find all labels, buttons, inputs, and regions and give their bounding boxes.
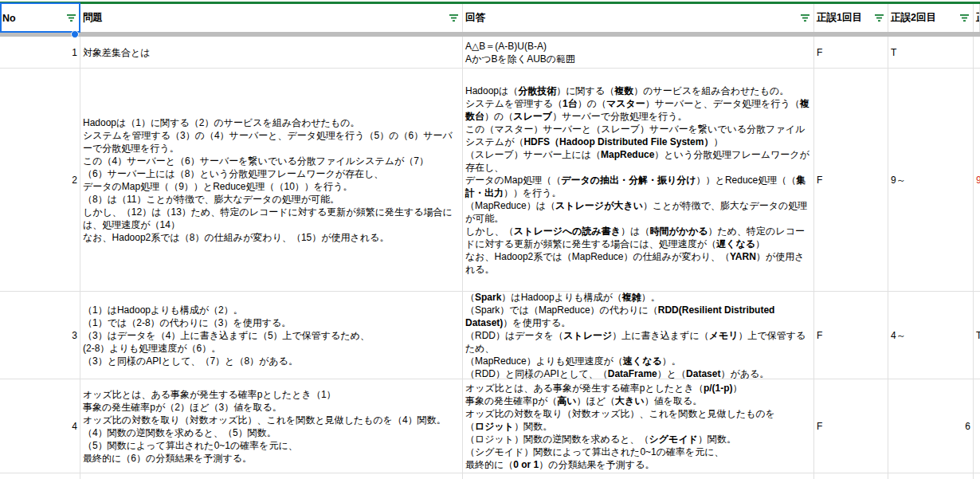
column-header-a[interactable]: 回答 bbox=[463, 4, 814, 32]
cell-question-text: オッズ比とは、ある事象が発生する確率pとしたとき（1） 事象の発生確率pが（2）… bbox=[83, 388, 460, 465]
cell-question-text: 対象差集合とは bbox=[83, 46, 460, 59]
header-row: No問題回答正誤1回目正誤2回目正誤3回目 bbox=[0, 4, 980, 32]
cell-result-3-clipped[interactable]: 9 bbox=[974, 69, 980, 291]
column-header-no[interactable]: No bbox=[0, 4, 80, 32]
column-header-label: 正誤2回目 bbox=[891, 11, 936, 25]
cell-no[interactable]: 1 bbox=[0, 37, 80, 68]
cell-question[interactable] bbox=[80, 473, 463, 479]
cell-question[interactable]: 対象差集合とは bbox=[80, 37, 463, 68]
cell-result-1-text: F bbox=[817, 46, 885, 59]
cell-result-3-clipped[interactable] bbox=[974, 379, 980, 473]
cell-answer[interactable]: Hadoopは（分散技術）に関する（複数）のサービスを組み合わせたもの。 システ… bbox=[463, 69, 814, 291]
cell-question[interactable]: オッズ比とは、ある事象が発生する確率pとしたとき（1） 事象の発生確率pが（2）… bbox=[80, 379, 463, 473]
cell-result-3-clipped[interactable] bbox=[974, 473, 980, 479]
cell-answer-text: オッズ比とは、ある事象が発生する確率pとしたとき（p/(1-p)） 事象の発生確… bbox=[465, 382, 811, 471]
cell-answer[interactable]: （Spark）はHadoopよりも構成が（複雑）。 （Spark）では（MapR… bbox=[463, 292, 814, 379]
column-header-label: 問題 bbox=[83, 11, 103, 25]
table-row: 4オッズ比とは、ある事象が発生する確率pとしたとき（1） 事象の発生確率pが（2… bbox=[0, 379, 980, 473]
filter-icon[interactable] bbox=[800, 14, 810, 22]
cell-question[interactable]: Hadoopは（1）に関する（2）のサービスを組み合わせたもの。 システムを管理… bbox=[80, 69, 463, 291]
cell-question-text: （1）はHadoopよりも構成が（2）。 （1）では（2-8）の代わりに（3）を… bbox=[83, 304, 460, 367]
spreadsheet-grid: No問題回答正誤1回目正誤2回目正誤3回目 1対象差集合とはA△B＝(A-B)U… bbox=[0, 0, 980, 479]
column-header-q[interactable]: 問題 bbox=[80, 4, 463, 32]
cell-result-2-text: T bbox=[891, 46, 970, 59]
table-row: 3（1）はHadoopよりも構成が（2）。 （1）では（2-8）の代わりに（3）… bbox=[0, 292, 980, 379]
table-row: 1対象差集合とはA△B＝(A-B)U(B-A) AかつBを除くAUBの範囲FT bbox=[0, 37, 980, 69]
column-header-label: 回答 bbox=[465, 11, 485, 25]
cell-result-3-clipped[interactable] bbox=[974, 37, 980, 68]
table-row: ニューラルネットワークは、内部に（重み）w（バイアス）と呼ばれる bbox=[0, 473, 980, 479]
cell-answer-text: A△B＝(A-B)U(B-A) AかつBを除くAUBの範囲 bbox=[465, 40, 811, 65]
cell-answer-text: Hadoopは（分散技術）に関する（複数）のサービスを組み合わせたもの。 システ… bbox=[465, 84, 811, 276]
table-row: 2Hadoopは（1）に関する（2）のサービスを組み合わせたもの。 システムを管… bbox=[0, 69, 980, 292]
cell-result-2[interactable]: T bbox=[888, 37, 974, 68]
cell-no[interactable]: 4 bbox=[0, 379, 80, 473]
cell-result-3-clipped-text: 9 bbox=[976, 174, 980, 186]
cell-no-text: 2 bbox=[2, 174, 77, 186]
cell-question[interactable]: （1）はHadoopよりも構成が（2）。 （1）では（2-8）の代わりに（3）を… bbox=[80, 292, 463, 379]
cell-result-2[interactable]: 9～ bbox=[888, 69, 974, 291]
column-header-label: 正誤1回目 bbox=[817, 11, 862, 25]
column-header-x[interactable]: 正誤3回目 bbox=[974, 4, 980, 32]
cell-result-1[interactable]: F bbox=[814, 379, 888, 473]
cell-answer[interactable]: ニューラルネットワークは、内部に（重み）w（バイアス）と呼ばれる bbox=[463, 473, 814, 479]
cell-result-2-text: 4～ bbox=[891, 329, 970, 342]
cell-question-text: Hadoopは（1）に関する（2）のサービスを組み合わせたもの。 システムを管理… bbox=[83, 116, 460, 244]
cell-result-2-text: 9～ bbox=[891, 174, 970, 186]
cell-result-1-text: F bbox=[817, 174, 885, 186]
cell-answer-text: （Spark）はHadoopよりも構成が（複雑）。 （Spark）では（MapR… bbox=[465, 292, 811, 379]
filter-icon[interactable] bbox=[449, 14, 459, 22]
cell-result-1-text: F bbox=[817, 329, 885, 342]
table-body: 1対象差集合とはA△B＝(A-B)U(B-A) AかつBを除くAUBの範囲FT2… bbox=[0, 37, 980, 479]
column-header-r2[interactable]: 正誤2回目 bbox=[888, 4, 974, 32]
cell-result-1[interactable]: F bbox=[814, 37, 888, 68]
cell-no-text: 3 bbox=[2, 329, 77, 342]
cell-answer[interactable]: A△B＝(A-B)U(B-A) AかつBを除くAUBの範囲 bbox=[463, 37, 814, 68]
filter-icon[interactable] bbox=[874, 14, 884, 22]
cell-result-1-text: F bbox=[817, 420, 885, 433]
cell-result-2[interactable]: 4～ bbox=[888, 292, 974, 379]
cell-no[interactable]: 3 bbox=[0, 292, 80, 379]
cell-result-3-clipped-text: T bbox=[976, 329, 980, 342]
cell-result-2-text: 6 bbox=[891, 420, 970, 433]
cell-no[interactable] bbox=[0, 473, 80, 479]
cell-no[interactable]: 2 bbox=[0, 69, 80, 291]
filter-icon[interactable] bbox=[66, 14, 76, 22]
cell-result-1[interactable]: F bbox=[814, 292, 888, 379]
cell-result-1[interactable]: F bbox=[814, 69, 888, 291]
cell-result-2[interactable]: 6 bbox=[888, 379, 974, 473]
cell-result-2[interactable] bbox=[888, 473, 974, 479]
cell-no-text: 4 bbox=[2, 420, 77, 433]
cell-no-text: 1 bbox=[2, 46, 77, 59]
cell-answer[interactable]: オッズ比とは、ある事象が発生する確率pとしたとき（p/(1-p)） 事象の発生確… bbox=[463, 379, 814, 473]
cell-result-1[interactable] bbox=[814, 473, 888, 479]
cell-result-3-clipped[interactable]: T bbox=[974, 292, 980, 379]
fill-handle[interactable] bbox=[71, 30, 79, 38]
column-header-label: No bbox=[2, 13, 16, 24]
filter-icon[interactable] bbox=[959, 14, 970, 22]
column-header-label: 正誤3回目 bbox=[976, 11, 980, 25]
column-header-r1[interactable]: 正誤1回目 bbox=[814, 4, 888, 32]
